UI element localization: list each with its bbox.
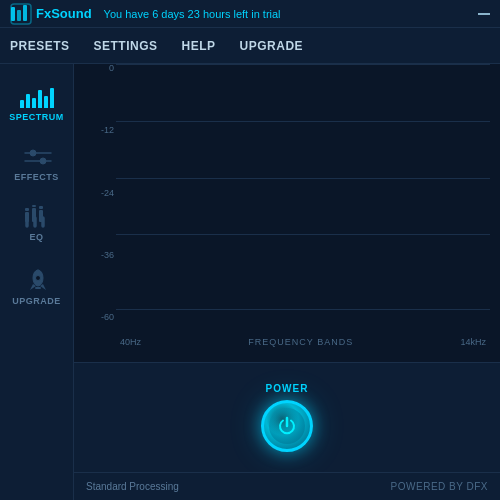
svg-rect-2 xyxy=(23,5,27,21)
power-button[interactable] xyxy=(261,400,313,452)
logo-text: FxSound xyxy=(36,6,92,21)
grid-line-0 xyxy=(116,64,490,65)
y-axis-labels: 0 -12 -24 -36 -60 xyxy=(84,64,114,322)
logo: FxSound xyxy=(10,3,92,25)
menu-help[interactable]: HELP xyxy=(182,35,216,57)
main-layout: SPECTRUM EFFECTS xyxy=(0,64,500,500)
footer: Standard Processing POWERED BY DFX xyxy=(74,472,500,500)
svg-rect-1 xyxy=(17,10,21,21)
footer-brand: POWERED BY DFX xyxy=(391,481,488,492)
upgrade-icon xyxy=(24,266,50,292)
sidebar: SPECTRUM EFFECTS xyxy=(0,64,74,500)
grid-line-3 xyxy=(116,234,490,235)
x-label-right: 14kHz xyxy=(460,337,486,347)
x-label-center: FREQUENCY BANDS xyxy=(248,337,353,347)
svg-point-5 xyxy=(30,150,36,156)
svg-rect-9 xyxy=(25,208,29,211)
x-label-left: 40Hz xyxy=(120,337,141,347)
chart-grid xyxy=(116,64,490,322)
menu-settings[interactable]: SETTINGS xyxy=(94,35,158,57)
svg-rect-12 xyxy=(32,205,36,207)
y-label-0: 0 xyxy=(84,64,114,73)
x-axis-labels: 40Hz FREQUENCY BANDS 14kHz xyxy=(116,322,490,362)
power-icon xyxy=(276,415,298,437)
sidebar-item-upgrade[interactable]: UPGRADE xyxy=(0,254,73,318)
y-label-36: -36 xyxy=(84,251,114,260)
grid-line-2 xyxy=(116,178,490,179)
svg-rect-14 xyxy=(39,206,43,209)
eq-icon xyxy=(22,206,52,228)
sidebar-item-effects[interactable]: EFFECTS xyxy=(0,134,73,194)
sidebar-item-spectrum[interactable]: SPECTRUM xyxy=(0,74,73,134)
minimize-button[interactable] xyxy=(478,13,490,15)
sidebar-item-eq[interactable]: EQ xyxy=(0,194,73,254)
title-bar: FxSound You have 6 days 23 hours left in… xyxy=(0,0,500,28)
power-button-inner xyxy=(269,408,305,444)
menu-bar: PRESETS SETTINGS HELP UPGRADE xyxy=(0,28,500,64)
svg-point-20 xyxy=(35,276,40,281)
trial-text: You have 6 days 23 hours left in trial xyxy=(104,8,478,20)
y-label-60: -60 xyxy=(84,313,114,322)
footer-preset: Standard Processing xyxy=(86,481,179,492)
grid-line-1 xyxy=(116,121,490,122)
grid-line-4 xyxy=(116,309,490,310)
sidebar-label-effects: EFFECTS xyxy=(14,172,59,182)
sidebar-label-spectrum: SPECTRUM xyxy=(9,112,64,122)
y-label-24: -24 xyxy=(84,189,114,198)
y-label-12: -12 xyxy=(84,126,114,135)
sidebar-label-eq: EQ xyxy=(29,232,43,242)
spectrum-chart: 0 -12 -24 -36 -60 40Hz FREQUENCY BANDS 1… xyxy=(74,64,500,362)
power-section: POWER xyxy=(74,362,500,472)
menu-upgrade[interactable]: UPGRADE xyxy=(240,35,304,57)
fxsound-logo-icon xyxy=(10,3,32,25)
menu-presets[interactable]: PRESETS xyxy=(10,35,70,57)
power-label: POWER xyxy=(266,383,309,394)
spectrum-icon xyxy=(20,86,54,108)
sidebar-label-upgrade: UPGRADE xyxy=(12,296,61,306)
window-controls xyxy=(478,13,490,15)
effects-icon xyxy=(23,146,51,168)
svg-point-7 xyxy=(40,158,46,164)
content-area: 0 -12 -24 -36 -60 40Hz FREQUENCY BANDS 1… xyxy=(74,64,500,500)
